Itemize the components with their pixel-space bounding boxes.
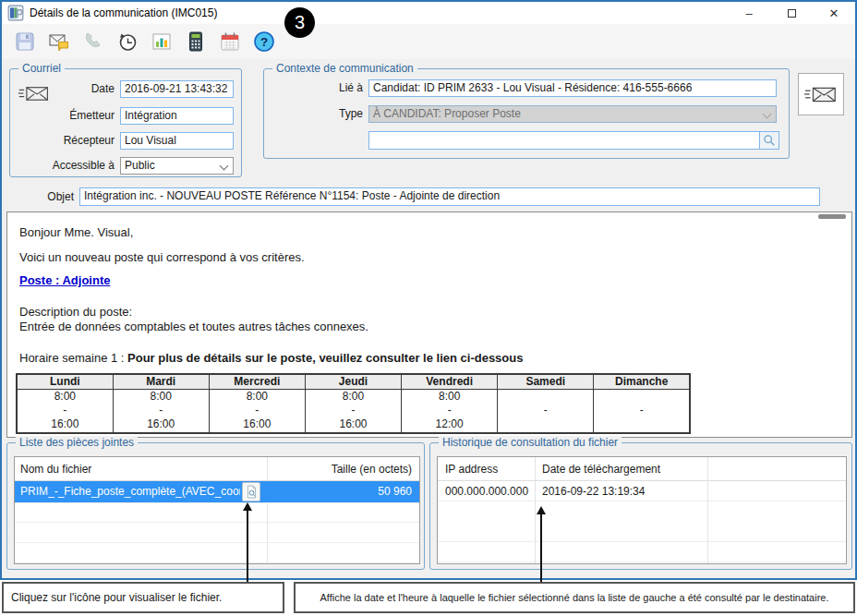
emetteur-field[interactable]: Intégration bbox=[120, 107, 234, 125]
close-button[interactable]: ✕ bbox=[813, 2, 855, 24]
type-label: Type bbox=[264, 105, 363, 123]
schedule-cell: 8:00-16:00 bbox=[209, 389, 305, 433]
lie-a-field[interactable]: Candidat: ID PRIM 2633 - Lou Visual - Ré… bbox=[368, 79, 777, 97]
poste-link[interactable]: Poste : Adjointe bbox=[19, 273, 110, 287]
attachment-filename: PRIM_-_Fiche_poste_complète_(AVEC_coordo… bbox=[20, 481, 240, 502]
attachments-header: Nom du fichier Taille (en octets) bbox=[15, 457, 419, 481]
empty-row bbox=[438, 542, 846, 562]
schedule-table: LundiMardiMercrediJeudiVendrediSamediDim… bbox=[16, 373, 691, 434]
col-date-telechargement[interactable]: Date de téléchargement bbox=[542, 457, 660, 481]
lie-a-label: Lié à bbox=[264, 79, 363, 97]
col-ip-address[interactable]: IP address bbox=[445, 457, 498, 481]
schedule-cell: 8:00-12:00 bbox=[402, 389, 498, 433]
chevron-down-icon bbox=[763, 110, 772, 119]
group-contexte: Contexte de communication Lié à Candidat… bbox=[263, 68, 790, 159]
history-row[interactable]: 000.000.000.000 2016-09-22 13:19:34 bbox=[438, 481, 846, 501]
titlebar: P Détails de la communication (IMC015) –… bbox=[2, 2, 855, 24]
group-history: Historique de consultation du fichier IP… bbox=[429, 442, 852, 570]
group-attachments: Liste des pièces jointes Nom du fichier … bbox=[6, 442, 425, 570]
communication-details-window: P Détails de la communication (IMC015) –… bbox=[0, 0, 857, 580]
type-select[interactable]: À CANDIDAT: Proposer Poste bbox=[368, 105, 777, 123]
chevron-down-icon bbox=[220, 162, 229, 171]
schedule-day-header: Jeudi bbox=[305, 374, 401, 389]
preview-file-button[interactable] bbox=[242, 482, 260, 501]
schedule-day-header: Mardi bbox=[113, 374, 209, 389]
history-icon[interactable] bbox=[115, 30, 139, 54]
empty-row bbox=[15, 502, 419, 523]
toolbar: ? bbox=[2, 24, 855, 59]
history-header: IP address Date de téléchargement bbox=[438, 457, 846, 481]
type-value: À CANDIDAT: Proposer Poste bbox=[373, 107, 521, 120]
file-preview-icon bbox=[246, 485, 258, 499]
emetteur-label: Émetteur bbox=[10, 107, 115, 125]
history-table: IP address Date de téléchargement 000.00… bbox=[437, 456, 847, 564]
arrow-line bbox=[247, 510, 248, 582]
save-icon[interactable] bbox=[13, 30, 37, 54]
date-label: Date bbox=[10, 80, 115, 98]
svg-text:?: ? bbox=[260, 35, 268, 49]
greeting-text: Bonjour Mme. Visual, bbox=[19, 225, 133, 239]
window-controls: – ✕ bbox=[728, 2, 855, 24]
maximize-icon bbox=[788, 9, 796, 18]
context-search-input[interactable] bbox=[368, 131, 760, 150]
schedule-cell: 8:00-16:00 bbox=[305, 389, 401, 433]
date-field[interactable]: 2016-09-21 13:43:32 bbox=[120, 80, 234, 98]
email-body: Bonjour Mme. Visual, Voici un nouveau po… bbox=[6, 211, 852, 438]
empty-row bbox=[15, 543, 419, 563]
schedule-header-row: LundiMardiMercrediJeudiVendrediSamediDim… bbox=[17, 374, 690, 389]
window-title: Détails de la communication (IMC015) bbox=[30, 6, 217, 19]
schedule-cell: - bbox=[594, 389, 690, 433]
schedule-cell: 8:00-16:00 bbox=[113, 389, 209, 433]
help-icon[interactable]: ? bbox=[252, 30, 276, 54]
col-taille[interactable]: Taille (en octets) bbox=[332, 457, 412, 481]
history-date: 2016-09-22 13:19:34 bbox=[542, 481, 645, 501]
schedule-day-header: Mercredi bbox=[209, 374, 305, 389]
schedule-data-row: 8:00-16:008:00-16:008:00-16:008:00-16:00… bbox=[17, 389, 690, 433]
calendar-icon[interactable] bbox=[218, 30, 242, 54]
schedule-day-header: Vendredi bbox=[402, 374, 498, 389]
accessible-select[interactable]: Public bbox=[120, 157, 234, 175]
page: P Détails de la communication (IMC015) –… bbox=[0, 0, 857, 616]
attachment-row-selected[interactable]: PRIM_-_Fiche_poste_complète_(AVEC_coordo… bbox=[15, 481, 419, 502]
schedule-day-header: Samedi bbox=[498, 374, 594, 389]
minimize-button[interactable]: – bbox=[728, 2, 770, 24]
objet-field[interactable]: Intégration inc. - NOUVEAU POSTE Référen… bbox=[79, 187, 820, 206]
accessible-value: Public bbox=[125, 159, 155, 172]
chart-icon[interactable] bbox=[150, 30, 174, 54]
phone-icon[interactable] bbox=[81, 30, 105, 54]
empty-row bbox=[15, 523, 419, 543]
scrollbar-thumb[interactable] bbox=[818, 214, 846, 219]
schedule-cell: 8:00-16:00 bbox=[17, 389, 113, 433]
schedule-intro-bold: Pour plus de détails sur le poste, veuil… bbox=[127, 351, 523, 365]
maximize-button[interactable] bbox=[770, 2, 813, 24]
schedule-cell: - bbox=[498, 389, 594, 433]
col-nom-du-fichier[interactable]: Nom du fichier bbox=[20, 457, 91, 481]
search-icon bbox=[763, 134, 776, 147]
attachments-table: Nom du fichier Taille (en octets) PRIM_-… bbox=[14, 456, 420, 564]
schedule-intro: Horaire semaine 1 : Pour plus de détails… bbox=[19, 351, 523, 365]
group-attachments-label: Liste des pièces jointes bbox=[16, 436, 138, 449]
app-logo-icon: P bbox=[7, 5, 24, 21]
callout-left: Cliquez sur l'icône pour visualiser le f… bbox=[2, 582, 284, 613]
group-courriel-label: Courriel bbox=[18, 62, 65, 75]
send-email-button[interactable] bbox=[798, 73, 844, 115]
history-ip: 000.000.000.000 bbox=[445, 481, 528, 501]
group-courriel: Courriel Date 2016-09-21 13:43:32 Émette… bbox=[9, 68, 242, 177]
schedule-day-header: Lundi bbox=[17, 374, 113, 389]
email-send-icon bbox=[803, 82, 839, 106]
schedule-intro-label: Horaire semaine 1 : bbox=[19, 351, 127, 365]
group-contexte-label: Contexte de communication bbox=[272, 62, 417, 75]
svg-text:P: P bbox=[16, 7, 23, 20]
recepteur-field[interactable]: Lou Visual bbox=[120, 132, 234, 150]
empty-row bbox=[438, 522, 846, 542]
search-button[interactable] bbox=[760, 131, 779, 150]
callout-right: Affiche la date et l'heure à laquelle le… bbox=[294, 582, 855, 613]
description-label: Description du poste: bbox=[19, 305, 132, 319]
calculator-icon[interactable] bbox=[184, 30, 208, 54]
group-history-label: Historique de consultation du fichier bbox=[439, 436, 622, 449]
accessible-label: Accessible à bbox=[10, 157, 115, 175]
email-icon[interactable] bbox=[47, 30, 71, 54]
intro-text: Voici un nouveau poste qui correspond à … bbox=[19, 250, 305, 264]
description-text: Entrée de données comptables et toutes a… bbox=[19, 320, 368, 333]
schedule-day-header: Dimanche bbox=[594, 374, 690, 389]
